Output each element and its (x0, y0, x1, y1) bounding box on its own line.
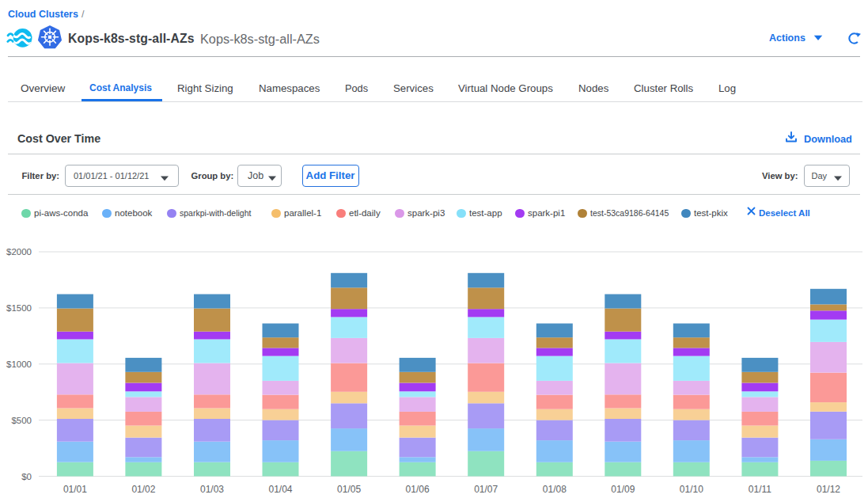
svg-text:01/08: 01/08 (543, 484, 567, 495)
svg-text:01/10: 01/10 (680, 484, 703, 495)
svg-text:$0: $0 (21, 472, 32, 481)
svg-text:01/09: 01/09 (611, 484, 635, 495)
svg-text:01/11: 01/11 (749, 484, 771, 495)
svg-text:01/07: 01/07 (474, 484, 498, 495)
svg-text:01/04: 01/04 (268, 484, 292, 495)
svg-text:01/03: 01/03 (200, 484, 224, 495)
svg-text:$2000: $2000 (6, 247, 32, 257)
svg-text:01/02: 01/02 (131, 484, 155, 495)
svg-text:01/12: 01/12 (817, 484, 840, 495)
svg-text:$1000: $1000 (6, 359, 32, 369)
svg-text:01/01: 01/01 (63, 484, 87, 495)
svg-text:$500: $500 (11, 416, 32, 425)
svg-text:01/06: 01/06 (406, 484, 430, 495)
svg-text:01/05: 01/05 (337, 484, 361, 495)
svg-text:$1500: $1500 (6, 303, 32, 313)
